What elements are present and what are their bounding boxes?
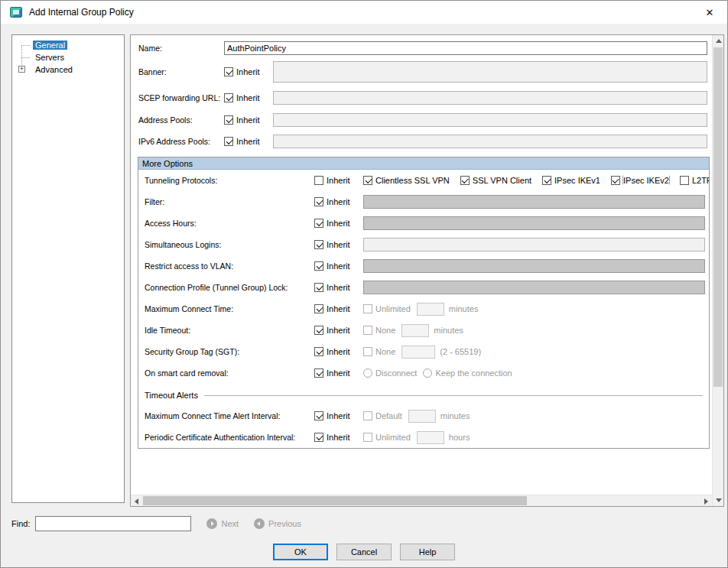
filter-inherit-checkbox[interactable]: Inherit [314,197,363,206]
checkbox-icon [611,176,620,185]
smart-card-inherit-checkbox[interactable]: Inherit [314,368,363,378]
option-label: Unlimited [375,433,411,442]
next-arrow-icon [206,518,217,529]
inherit-label: Inherit [327,240,350,249]
periodic-cert-label: Periodic Certificate Authentication Inte… [145,433,314,442]
address-pools-row: Address Pools: Inherit [138,109,712,131]
tree-connector [21,57,30,58]
unlimited-checkbox[interactable]: Unlimited [363,433,411,442]
tree-item-general[interactable]: General [12,39,124,51]
periodic-cert-input[interactable] [417,431,444,444]
disconnect-radio[interactable]: Disconnect [363,368,417,378]
radio-icon [423,368,432,378]
checkbox-icon [314,176,323,185]
inherit-label: Inherit [236,93,260,102]
checkbox-icon [363,411,372,420]
inherit-label: Inherit [327,347,350,356]
scroll-right-icon[interactable] [700,495,712,507]
access-hours-dropdown[interactable] [363,216,705,230]
tree-item-label: Advanced [33,65,75,74]
unlimited-checkbox[interactable]: Unlimited [363,304,411,313]
access-hours-inherit-checkbox[interactable]: Inherit [314,219,363,228]
max-connect-time-input[interactable] [417,303,444,316]
add-internal-group-policy-dialog: Add Internal Group Policy ✕ General Serv… [0,0,728,568]
unit-label: minutes [449,304,479,313]
scep-field[interactable] [273,91,707,105]
simultaneous-logins-field[interactable] [363,238,705,252]
checkbox-icon [460,176,470,185]
expand-icon[interactable]: + [18,66,25,73]
simultaneous-logins-inherit-checkbox[interactable]: Inherit [314,240,363,249]
banner-field[interactable] [273,61,707,83]
banner-label: Banner: [138,67,224,76]
access-hours-row: Access Hours: Inherit [138,213,709,234]
periodic-cert-inherit-checkbox[interactable]: Inherit [314,433,363,442]
horizontal-scroll-thumb[interactable] [143,496,527,505]
default-checkbox[interactable]: Default [363,411,402,420]
access-hours-label: Access Hours: [145,219,314,228]
ipsec-ikev1-checkbox[interactable]: IPsec IKEv1 [542,176,600,185]
idle-timeout-inherit-checkbox[interactable]: Inherit [314,326,363,335]
tunneling-inherit-checkbox[interactable]: Inherit [314,176,363,185]
max-connect-time-row: Maximum Connect Time: Inherit Unlimited … [138,298,709,320]
max-alert-interval-inherit-checkbox[interactable]: Inherit [314,411,363,420]
protocol-label: Clientless SSL VPN [375,176,450,185]
name-input[interactable] [224,41,707,55]
find-label: Find: [11,519,30,528]
close-icon[interactable]: ✕ [701,7,718,18]
ipv6-pools-field[interactable] [273,135,707,148]
sgt-label: Security Group Tag (SGT): [145,347,314,356]
tunnel-group-lock-dropdown[interactable] [363,281,705,294]
filter-dropdown[interactable] [363,195,705,209]
scroll-down-icon[interactable] [713,495,724,506]
vertical-scroll-thumb[interactable] [713,47,723,387]
separator-line [204,395,703,396]
scroll-up-icon[interactable] [713,35,724,47]
checkbox-icon [542,176,551,185]
ipv6-pools-inherit-checkbox[interactable]: Inherit [224,137,273,146]
none-checkbox[interactable]: None [363,326,395,335]
max-connect-time-inherit-checkbox[interactable]: Inherit [314,304,363,313]
checkbox-icon [363,326,372,335]
keep-connection-radio[interactable]: Keep the connection [423,368,512,378]
name-label: Name: [138,44,224,53]
smart-card-label: On smart card removal: [145,368,314,378]
banner-inherit-checkbox[interactable]: Inherit [224,67,273,76]
clientless-ssl-vpn-checkbox[interactable]: Clientless SSL VPN [363,176,450,185]
tree-item-advanced[interactable]: + Advanced [12,63,124,76]
address-pools-field[interactable] [273,113,707,127]
titlebar: Add Internal Group Policy ✕ [1,1,727,24]
ok-button[interactable]: OK [273,544,328,560]
restrict-vlan-inherit-checkbox[interactable]: Inherit [314,261,363,271]
scep-inherit-checkbox[interactable]: Inherit [224,93,273,102]
ipsec-ikev2-checkbox[interactable]: IPsec IKEv2 [611,176,669,185]
vertical-scrollbar[interactable] [712,35,723,506]
restrict-vlan-dropdown[interactable] [363,259,705,273]
tree-item-servers[interactable]: Servers [12,51,124,63]
banner-row: Banner: Inherit [138,57,712,86]
max-alert-interval-input[interactable] [408,410,436,423]
scroll-left-icon[interactable] [131,495,142,507]
horizontal-scrollbar[interactable] [131,495,712,506]
find-next-button[interactable]: Next [206,518,239,529]
address-pools-inherit-checkbox[interactable]: Inherit [224,115,273,125]
restrict-vlan-row: Restrict access to VLAN: Inherit [138,255,709,277]
none-checkbox[interactable]: None [363,347,395,356]
inherit-label: Inherit [327,197,350,206]
l2tp-ipsec-checkbox[interactable]: L2TP/IPsec [680,176,709,185]
ssl-vpn-client-checkbox[interactable]: SSL VPN Client [460,176,531,185]
tunnel-group-lock-inherit-checkbox[interactable]: Inherit [314,283,363,292]
help-button[interactable]: Help [400,544,455,560]
find-input[interactable] [35,516,191,531]
cancel-button[interactable]: Cancel [336,544,392,560]
max-alert-interval-row: Maximum Connect Time Alert Interval: Inh… [138,405,709,427]
option-label: Disconnect [375,368,417,378]
window-title: Add Internal Group Policy [29,7,134,18]
form-content: Name: Banner: Inherit SCEP forwarding UR… [131,35,712,495]
idle-timeout-input[interactable] [401,324,429,337]
tree-connector [21,45,30,46]
find-previous-button[interactable]: Previous [254,518,301,529]
sgt-inherit-checkbox[interactable]: Inherit [314,347,363,356]
sgt-input[interactable] [401,346,435,359]
inherit-label: Inherit [327,433,350,442]
